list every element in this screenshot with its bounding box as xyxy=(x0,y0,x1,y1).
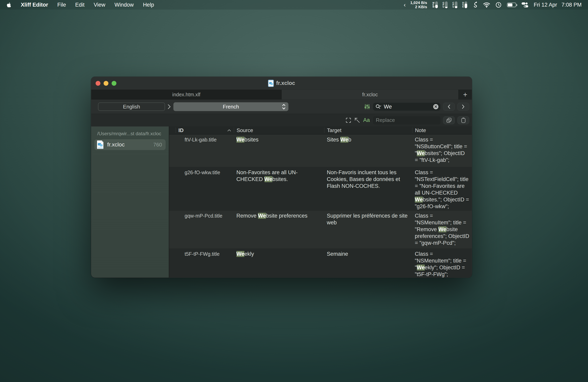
cell-source: Remove Website preferences xyxy=(234,210,324,248)
translation-table: ID Source Target Note ftV-Lk-gab.titleWe… xyxy=(169,126,472,278)
next-match-button[interactable] xyxy=(457,103,469,111)
cell-target: Supprimer les préférences de site web xyxy=(324,210,412,248)
cell-target: Sites Web xyxy=(324,134,412,167)
time-machine-icon[interactable] xyxy=(495,2,502,8)
window-title-text: fr.xcloc xyxy=(276,80,295,86)
expand-selection-icon[interactable] xyxy=(346,117,351,123)
menu-clock[interactable]: Fri 12 Apr 7:08 PM xyxy=(534,2,582,8)
search-icon[interactable] xyxy=(375,104,382,109)
menu-item-window[interactable]: Window xyxy=(110,2,138,8)
gauge-label: GPU xyxy=(442,2,444,8)
cell-target: Semaine xyxy=(324,249,412,278)
app-menus: Xliff EditorFileEditViewWindowHelp xyxy=(16,2,159,8)
cell-text: bsites."; ObjectID = "g26-fO-wkw"; xyxy=(415,197,469,209)
search-filter-icon[interactable] xyxy=(364,104,370,110)
search-match-highlight: We xyxy=(415,197,423,203)
minimize-button[interactable] xyxy=(104,81,108,86)
dsk-gauge-icon[interactable]: DSK xyxy=(462,1,467,8)
replace-all-button[interactable] xyxy=(457,116,469,124)
apple-menu-icon[interactable] xyxy=(7,2,11,7)
mem-gauge-icon[interactable]: MEM xyxy=(433,1,438,8)
control-center-icon[interactable] xyxy=(522,2,528,7)
tab-index-htm-xlf[interactable]: index.htm.xlf xyxy=(91,90,282,99)
column-header-id[interactable]: ID xyxy=(176,128,234,133)
table-row[interactable]: ftV-Lk-gab.titleWebsitesSites WebClass =… xyxy=(169,134,472,167)
table-row[interactable]: t5F-tP-FWg.titleWeeklySemaineClass = "NS… xyxy=(169,248,472,278)
column-header-source[interactable]: Source xyxy=(234,128,324,133)
cell-text: Class = "NSTextFieldCell"; title = "Non-… xyxy=(415,170,468,196)
chevron-left-icon[interactable]: ‹ xyxy=(404,1,406,8)
column-label: Target xyxy=(327,127,341,134)
net-up: 1,024 B/s xyxy=(410,0,427,5)
cell-id: gqw-mP-Pcd.title xyxy=(176,210,234,248)
search-match-highlight: We xyxy=(417,150,425,156)
column-label: Source xyxy=(237,127,253,134)
cell-text: g26-fO-wkw.title xyxy=(185,170,220,175)
menu-item-edit[interactable]: Edit xyxy=(71,2,89,8)
row-gutter xyxy=(169,134,176,167)
column-label: ID xyxy=(178,127,184,134)
target-language-select[interactable]: French xyxy=(173,102,288,111)
search-input[interactable] xyxy=(384,104,433,110)
app-menu-name[interactable]: Xliff Editor xyxy=(16,2,53,8)
sort-ascending-icon xyxy=(227,129,231,132)
cell-text: t5F-tP-FWg.title xyxy=(185,251,220,257)
window-content: /Users/mrqwir...st data/fr.xcloc fr.xclo… xyxy=(91,126,472,278)
close-button[interactable] xyxy=(96,81,100,86)
match-case-toggle[interactable]: Aa xyxy=(363,117,370,123)
sidebar-item-fr-xcloc[interactable]: fr.xcloc 760 xyxy=(94,139,166,150)
battery-icon[interactable] xyxy=(507,3,516,7)
previous-match-button[interactable] xyxy=(443,103,455,111)
source-language-button[interactable]: English xyxy=(98,102,165,111)
file-path-label: /Users/mrqwir...st data/fr.xcloc xyxy=(97,131,169,136)
sidebar-item-name: fr.xcloc xyxy=(107,141,151,148)
zoom-button[interactable] xyxy=(112,81,116,86)
search-match-highlight: We xyxy=(236,251,244,257)
gpu-gauge-icon[interactable]: GPU xyxy=(442,1,448,8)
cell-text: b xyxy=(348,137,351,143)
menu-bar: Xliff EditorFileEditViewWindowHelp ‹ 1,0… xyxy=(0,0,588,10)
cell-id: t5F-tP-FWg.title xyxy=(176,249,234,278)
cell-source: Weekly xyxy=(234,249,324,278)
sidebar: /Users/mrqwir...st data/fr.xcloc fr.xclo… xyxy=(91,126,169,278)
column-header-target[interactable]: Target xyxy=(324,128,412,133)
xliff-editor-window: fr.xcloc index.htm.xlf fr.xcloc + Englis… xyxy=(91,77,472,278)
gauge-track xyxy=(455,1,457,8)
table-header: ID Source Target Note xyxy=(169,126,472,134)
cell-text: Supprimer les préférences de site web xyxy=(327,213,408,226)
cell-text: ftV-Lk-gab.title xyxy=(185,137,217,142)
net-down: 2 KB/s xyxy=(415,5,427,9)
cpu-gauge-icon[interactable]: CPU xyxy=(452,1,457,8)
replace-input[interactable] xyxy=(376,117,438,123)
title-bar[interactable]: fr.xcloc xyxy=(91,77,472,90)
menu-item-help[interactable]: Help xyxy=(138,2,159,8)
battery-fill xyxy=(508,3,512,6)
gecko-icon[interactable] xyxy=(473,1,478,8)
tab-label: fr.xcloc xyxy=(362,92,378,97)
tab-label: index.htm.xlf xyxy=(172,92,200,97)
cell-text: ekly xyxy=(244,251,254,257)
table-row[interactable]: gqw-mP-Pcd.titleRemove Website preferenc… xyxy=(169,210,472,248)
replace-toolbar: Aa xyxy=(91,114,472,126)
table-row[interactable]: g26-fO-wkw.titleNon-Favorites are all UN… xyxy=(169,167,472,210)
new-tab-button[interactable]: + xyxy=(458,90,472,99)
window-title: fr.xcloc xyxy=(91,80,472,87)
wifi-icon[interactable] xyxy=(483,2,490,8)
replace-one-button[interactable] xyxy=(443,116,455,124)
cell-text: bsites. xyxy=(273,176,288,182)
cell-text: Semaine xyxy=(327,251,348,257)
document-icon xyxy=(268,80,274,87)
search-field[interactable]: ✕ xyxy=(373,103,441,111)
gauge-track xyxy=(435,1,438,8)
language-direction-chevron-icon xyxy=(165,104,173,109)
column-header-note[interactable]: Note xyxy=(412,128,472,133)
pattern-wand-icon[interactable] xyxy=(354,117,360,123)
search-match-highlight: We xyxy=(264,176,273,182)
menu-item-view[interactable]: View xyxy=(89,2,110,8)
clear-search-icon[interactable]: ✕ xyxy=(433,104,438,109)
menu-item-file[interactable]: File xyxy=(53,2,71,8)
tab-fr-xcloc[interactable]: fr.xcloc xyxy=(282,90,458,99)
network-throughput[interactable]: 1,024 B/s 2 KB/s xyxy=(410,0,427,9)
cell-source: Non-Favorites are all UN-CHECKED Website… xyxy=(234,167,324,210)
replace-field[interactable] xyxy=(373,116,441,124)
